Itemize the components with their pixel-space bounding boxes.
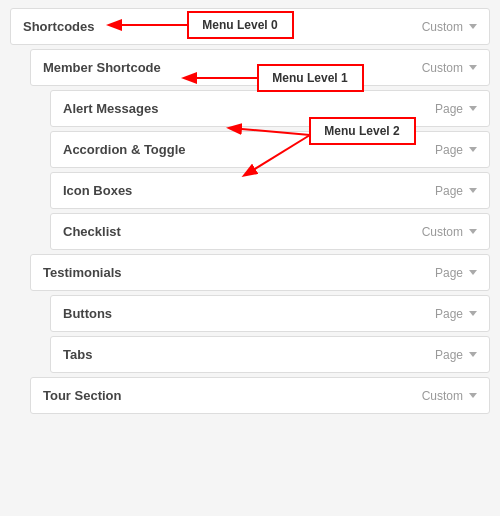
- menu-item-label-accordion-toggle: Accordion & Toggle: [63, 142, 186, 157]
- chevron-down-icon-alert-messages[interactable]: [469, 106, 477, 111]
- chevron-down-icon-accordion-toggle[interactable]: [469, 147, 477, 152]
- menu-item-left: Accordion & Toggle: [63, 142, 186, 157]
- chevron-down-icon-checklist[interactable]: [469, 229, 477, 234]
- menu-item-right-accordion-toggle[interactable]: Page: [435, 143, 477, 157]
- menu-item-label-testimonials: Testimonials: [43, 265, 122, 280]
- menu-item-left: Checklist: [63, 224, 121, 239]
- menu-item-label-icon-boxes: Icon Boxes: [63, 183, 132, 198]
- menu-container: ShortcodesCustomMember ShortcodeCustomAl…: [0, 0, 500, 426]
- chevron-down-icon-member-shortcode[interactable]: [469, 65, 477, 70]
- menu-item-right-alert-messages[interactable]: Page: [435, 102, 477, 116]
- menu-item-label-shortcodes: Shortcodes: [23, 19, 95, 34]
- menu-item-type-icon-boxes: Page: [435, 184, 463, 198]
- menu-item-label-alert-messages: Alert Messages: [63, 101, 158, 116]
- menu-item-buttons[interactable]: ButtonsPage: [50, 295, 490, 332]
- chevron-down-icon-buttons[interactable]: [469, 311, 477, 316]
- menu-item-left: Tour Section: [43, 388, 121, 403]
- menu-item-accordion-toggle[interactable]: Accordion & TogglePage: [50, 131, 490, 168]
- menu-item-right-tour-section[interactable]: Custom: [422, 389, 477, 403]
- menu-item-type-tabs: Page: [435, 348, 463, 362]
- menu-item-type-accordion-toggle: Page: [435, 143, 463, 157]
- menu-item-member-shortcode[interactable]: Member ShortcodeCustom: [30, 49, 490, 86]
- page-wrapper: ShortcodesCustomMember ShortcodeCustomAl…: [0, 0, 500, 516]
- menu-item-checklist[interactable]: ChecklistCustom: [50, 213, 490, 250]
- menu-item-label-checklist: Checklist: [63, 224, 121, 239]
- menu-item-label-member-shortcode: Member Shortcode: [43, 60, 161, 75]
- chevron-down-icon-tour-section[interactable]: [469, 393, 477, 398]
- menu-item-right-tabs[interactable]: Page: [435, 348, 477, 362]
- menu-item-testimonials[interactable]: TestimonialsPage: [30, 254, 490, 291]
- menu-item-tabs[interactable]: TabsPage: [50, 336, 490, 373]
- menu-item-alert-messages[interactable]: Alert MessagesPage: [50, 90, 490, 127]
- chevron-down-icon-testimonials[interactable]: [469, 270, 477, 275]
- menu-item-type-buttons: Page: [435, 307, 463, 321]
- menu-item-right-shortcodes[interactable]: Custom: [422, 20, 477, 34]
- menu-item-type-checklist: Custom: [422, 225, 463, 239]
- menu-item-left: Tabs: [63, 347, 92, 362]
- menu-item-type-alert-messages: Page: [435, 102, 463, 116]
- menu-item-left: Buttons: [63, 306, 112, 321]
- menu-item-type-testimonials: Page: [435, 266, 463, 280]
- menu-item-left: Shortcodes: [23, 19, 95, 34]
- menu-item-label-tour-section: Tour Section: [43, 388, 121, 403]
- menu-item-right-checklist[interactable]: Custom: [422, 225, 477, 239]
- menu-item-tour-section[interactable]: Tour SectionCustom: [30, 377, 490, 414]
- menu-item-right-member-shortcode[interactable]: Custom: [422, 61, 477, 75]
- menu-item-left: Icon Boxes: [63, 183, 132, 198]
- menu-item-right-icon-boxes[interactable]: Page: [435, 184, 477, 198]
- menu-item-type-tour-section: Custom: [422, 389, 463, 403]
- chevron-down-icon-icon-boxes[interactable]: [469, 188, 477, 193]
- menu-item-left: Member Shortcode: [43, 60, 161, 75]
- menu-item-shortcodes[interactable]: ShortcodesCustom: [10, 8, 490, 45]
- menu-item-left: Alert Messages: [63, 101, 158, 116]
- menu-item-right-testimonials[interactable]: Page: [435, 266, 477, 280]
- menu-item-type-member-shortcode: Custom: [422, 61, 463, 75]
- menu-item-right-buttons[interactable]: Page: [435, 307, 477, 321]
- chevron-down-icon-tabs[interactable]: [469, 352, 477, 357]
- menu-item-label-buttons: Buttons: [63, 306, 112, 321]
- chevron-down-icon-shortcodes[interactable]: [469, 24, 477, 29]
- menu-item-label-tabs: Tabs: [63, 347, 92, 362]
- menu-item-left: Testimonials: [43, 265, 122, 280]
- menu-item-type-shortcodes: Custom: [422, 20, 463, 34]
- menu-item-icon-boxes[interactable]: Icon BoxesPage: [50, 172, 490, 209]
